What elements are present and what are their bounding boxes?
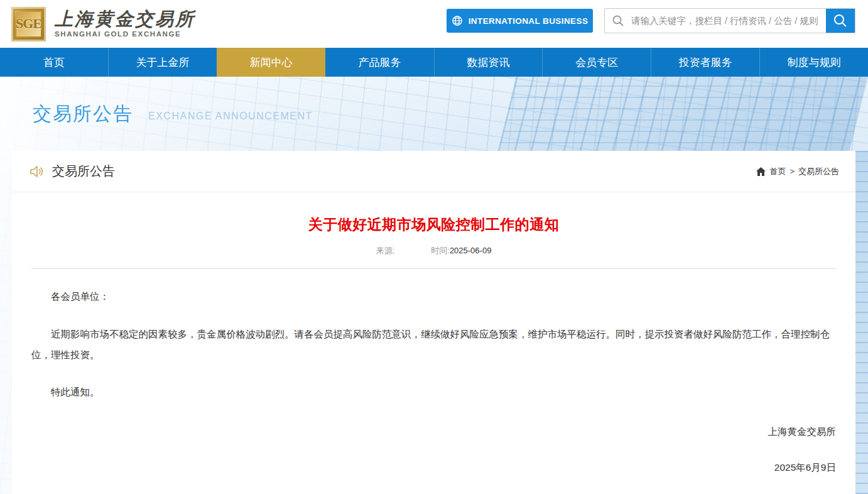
home-icon — [756, 167, 766, 176]
time-value: 2025-06-09 — [450, 246, 492, 255]
speaker-icon — [29, 165, 44, 178]
nav-item-about[interactable]: 关于上金所 — [108, 48, 217, 77]
search-input[interactable] — [631, 9, 826, 33]
nav-item-products-services[interactable]: 产品服务 — [325, 48, 434, 77]
nav-item-data-info[interactable]: 数据资讯 — [434, 48, 543, 77]
logo-text: 上海黄金交易所 SHANGHAI GOLD EXCHANGE — [55, 10, 195, 38]
main-nav: 首页 关于上金所 新闻中心 产品服务 数据资讯 会员专区 投资者服务 制度与规则 — [0, 48, 868, 77]
breadcrumb-home[interactable]: 首页 — [769, 166, 786, 177]
international-business-button[interactable]: INTERNATIONAL BUSINESS — [447, 9, 593, 33]
signature-name: 上海黄金交易所 — [31, 421, 836, 442]
international-business-label: INTERNATIONAL BUSINESS — [469, 16, 589, 26]
logo-title-en: SHANGHAI GOLD EXCHANGE — [55, 31, 195, 38]
nav-item-member-zone[interactable]: 会员专区 — [542, 48, 651, 77]
nav-item-news-center[interactable]: 新闻中心 — [217, 48, 325, 77]
sge-logo-badge-icon: SGE — [11, 7, 46, 41]
nav-item-rules[interactable]: 制度与规则 — [759, 48, 868, 77]
search-submit-icon — [833, 13, 848, 28]
time-label: 时间: — [431, 246, 450, 255]
paragraph-main: 近期影响市场不稳定的因素较多，贵金属价格波动剧烈。请各会员提高风险防范意识，继续… — [31, 324, 836, 365]
breadcrumb: 首页 > 交易所公告 — [756, 166, 839, 177]
article-meta: 来源:时间:2025-06-09 — [31, 245, 836, 256]
banner-title: 交易所公告 — [33, 101, 133, 127]
content-card-header: 交易所公告 首页 > 交易所公告 — [12, 151, 855, 192]
globe-icon — [452, 15, 463, 26]
page: SGE 上海黄金交易所 SHANGHAI GOLD EXCHANGE INTER… — [0, 0, 868, 494]
breadcrumb-separator: > — [789, 167, 795, 176]
article-title: 关于做好近期市场风险控制工作的通知 — [31, 215, 836, 234]
banner-subtitle: EXCHANGE ANNOUNCEMENT — [148, 111, 313, 122]
logo-title-cn: 上海黄金交易所 — [55, 10, 195, 28]
signature-date: 2025年6月9日 — [31, 457, 836, 478]
source-label: 来源: — [376, 246, 395, 255]
paragraph-closing: 特此通知。 — [31, 381, 836, 402]
logo-badge-text: SGE — [16, 16, 41, 32]
search-submit-button[interactable] — [826, 9, 855, 33]
article-divider — [31, 268, 836, 269]
announcement-article: 关于做好近期市场风险控制工作的通知 来源:时间:2025-06-09 各会员单位… — [12, 215, 855, 478]
content-card: 交易所公告 首页 > 交易所公告 关于做好近期市场风险控制工作的通知 来源:时间… — [12, 151, 855, 494]
banner: 交易所公告 EXCHANGE ANNOUNCEMENT — [0, 77, 868, 151]
paragraph-salutation: 各会员单位： — [31, 286, 836, 307]
sge-logo[interactable]: SGE 上海黄金交易所 SHANGHAI GOLD EXCHANGE — [11, 7, 195, 41]
search-box — [604, 8, 855, 33]
search-icon — [605, 9, 631, 33]
section-title: 交易所公告 — [52, 163, 115, 180]
breadcrumb-current: 交易所公告 — [798, 166, 839, 177]
nav-item-investor-services[interactable]: 投资者服务 — [651, 48, 759, 77]
nav-item-home[interactable]: 首页 — [0, 48, 108, 77]
article-body: 各会员单位： 近期影响市场不稳定的因素较多，贵金属价格波动剧烈。请各会员提高风险… — [31, 286, 836, 478]
top-header: SGE 上海黄金交易所 SHANGHAI GOLD EXCHANGE INTER… — [0, 0, 868, 48]
section-heading: 交易所公告 — [29, 163, 115, 180]
